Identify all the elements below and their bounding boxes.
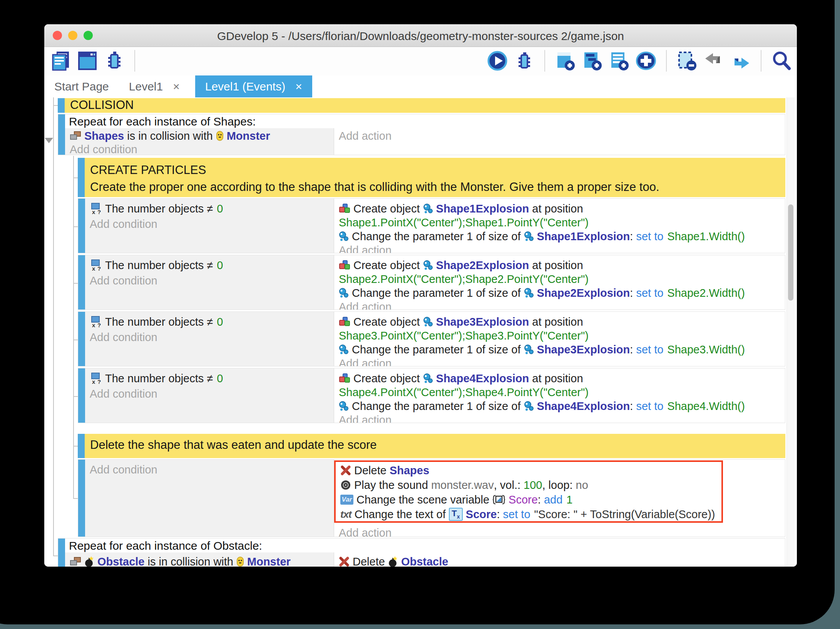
close-tab-icon[interactable]: × (173, 80, 180, 93)
add-action-link[interactable]: Add action (339, 300, 783, 309)
tab-start-page[interactable]: Start Page (44, 75, 119, 97)
action-change-size[interactable]: Change the parameter 1 of size of Shape1… (339, 229, 783, 243)
event-bar (78, 368, 85, 423)
action-create-object[interactable]: Create object Shape1Explosion at positio… (339, 202, 783, 216)
action-text: Create object (353, 202, 423, 215)
condition-number-objects[interactable]: x ? The number objects ≠ 0 (90, 371, 332, 385)
events-scrollbar-thumb[interactable] (788, 204, 793, 301)
action-position-expression[interactable]: Shape1.PointX("Center");Shape1.PointY("C… (339, 216, 783, 229)
object-name: Shape2Explosion (436, 259, 529, 272)
search-icon[interactable] (771, 50, 792, 72)
comment-particles-row[interactable]: CREATE PARTICLES Create the proper one a… (78, 158, 785, 197)
text-object-icon: Tx (449, 508, 463, 521)
action-delete-shapes[interactable]: Delete Shapes (340, 463, 720, 477)
events-scrollbar-track[interactable] (786, 97, 795, 567)
shape2-event[interactable]: x ? The number objects ≠ 0 Add condition (78, 255, 785, 310)
scene-editor-icon[interactable] (77, 50, 98, 72)
add-action-link[interactable]: Add action (339, 526, 783, 537)
add-condition-link[interactable]: Add condition (90, 217, 332, 231)
action-create-object[interactable]: Create object Shape4Explosion at positio… (339, 371, 783, 385)
action-text: : (630, 343, 636, 356)
text-action-icon: txt (340, 509, 351, 520)
condition-shapes-collision[interactable]: Shapes is in collision with Monster (70, 129, 332, 143)
tab-bar: Start Page Level1 × Level1 (Events) × (44, 75, 797, 97)
action-position-expression[interactable]: Shape3.PointX("Center");Shape3.PointY("C… (339, 329, 783, 343)
repeat-header[interactable]: Repeat for each instance of Obstacle: (65, 539, 785, 552)
action-change-size[interactable]: Change the parameter 1 of size of Shape3… (339, 343, 783, 356)
repeat-header[interactable]: Repeat for each instance of Shapes: (65, 114, 785, 128)
add-action-link[interactable]: Add action (339, 243, 783, 253)
repeat-shapes-event[interactable]: Repeat for each instance of Shapes: Shap… (58, 114, 785, 155)
comment-title[interactable]: CREATE PARTICLES (85, 158, 785, 177)
add-action-link[interactable]: Add action (339, 356, 783, 366)
add-action-link[interactable]: Add action (339, 129, 783, 143)
condition-number-objects[interactable]: x ? The number objects ≠ 0 (90, 258, 332, 272)
action-create-object[interactable]: Create object Shape2Explosion at positio… (339, 258, 783, 272)
add-event-icon[interactable] (554, 50, 576, 72)
toolbar-separator (761, 50, 761, 72)
object-count-icon: x ? (90, 316, 102, 328)
tab-scene-level1[interactable]: Level1 × (119, 75, 190, 97)
tree-stub (73, 446, 78, 447)
action-change-size[interactable]: Change the parameter 1 of size of Shape4… (339, 399, 783, 413)
add-new-icon[interactable] (635, 50, 657, 72)
add-comment-icon[interactable] (608, 50, 630, 72)
shape4-event[interactable]: x ? The number objects ≠ 0 Add condition (78, 368, 785, 423)
comment-body[interactable]: Create the proper one according to the s… (85, 177, 785, 194)
main-toolbar (44, 47, 797, 75)
debug-preview-icon[interactable] (514, 50, 535, 72)
window-title: GDevelop 5 - /Users/florian/Downloads/ge… (44, 30, 797, 43)
action-create-object[interactable]: Create object Shape3Explosion at positio… (339, 315, 783, 329)
tab-level1-events[interactable]: Level1 (Events) × (195, 75, 312, 97)
action-position-expression[interactable]: Shape4.PointX("Center");Shape4.PointY("C… (339, 385, 783, 399)
collapse-event-arrow[interactable] (45, 138, 53, 143)
svg-text:x: x (92, 322, 95, 328)
object-count-icon: x ? (90, 372, 102, 385)
add-action-link[interactable]: Add action (339, 413, 783, 423)
keyword: add (544, 493, 562, 506)
debugger-icon[interactable] (104, 50, 125, 72)
events-sheet: COLLISION Repeat for each instance of Sh… (44, 97, 797, 567)
undo-icon[interactable] (703, 50, 725, 72)
project-manager-icon[interactable] (50, 50, 71, 72)
title-bar[interactable]: GDevelop 5 - /Users/florian/Downloads/ge… (44, 24, 797, 47)
repeat-obstacle-event[interactable]: Repeat for each instance of Obstacle: Ob… (58, 538, 785, 567)
particle-emitter-icon (524, 231, 534, 242)
action-delete-obstacle[interactable]: Delete Obstacle (339, 555, 783, 567)
condition-number-objects[interactable]: x ? The number objects ≠ 0 (90, 315, 332, 329)
add-condition-link[interactable]: Add condition (70, 142, 332, 155)
particle-emitter-icon (524, 288, 534, 298)
object-name: Obstacle (97, 555, 145, 567)
add-subevent-icon[interactable] (581, 50, 603, 72)
action-change-variable[interactable]: Var Change the scene variable Score : ad… (340, 493, 720, 507)
shape3-event[interactable]: x ? The number objects ≠ 0 Add condition (78, 311, 785, 366)
action-play-sound[interactable]: Play the sound monster.wav , vol.: 100 ,… (340, 478, 720, 492)
preview-play-icon[interactable] (487, 50, 508, 72)
event-bar (58, 539, 65, 567)
keyword: set to (636, 400, 663, 413)
action-position-expression[interactable]: Shape2.PointX("Center");Shape2.PointY("C… (339, 272, 783, 286)
comment-delete-row[interactable]: Delete the shape that was eaten and upda… (78, 434, 785, 458)
close-tab-icon[interactable]: × (295, 80, 302, 93)
comment-text[interactable]: COLLISION (65, 98, 785, 112)
svg-text:x: x (92, 378, 95, 385)
condition-number-objects[interactable]: x ? The number objects ≠ 0 (90, 202, 332, 216)
redo-icon[interactable] (730, 50, 751, 72)
event-bar (78, 255, 85, 309)
action-change-text[interactable]: txt Change the text of Tx Score : set to… (340, 507, 720, 521)
action-text: Change the parameter 1 of size of (352, 230, 524, 243)
comment-collision-row[interactable]: COLLISION (58, 98, 785, 113)
action-change-size[interactable]: Change the parameter 1 of size of Shape2… (339, 286, 783, 300)
variable-name: Score (509, 493, 538, 506)
add-condition-link[interactable]: Add condition (90, 463, 332, 477)
condition-obstacle-collision[interactable]: Obstacle is in collision with Monster (70, 555, 332, 567)
keyword: set to (636, 230, 663, 243)
comment-text[interactable]: Delete the shape that was eaten and upda… (85, 434, 785, 452)
add-condition-link[interactable]: Add condition (90, 274, 332, 288)
score-event[interactable]: Add condition Delete Shapes (78, 459, 785, 537)
gdevelop-window: GDevelop 5 - /Users/florian/Downloads/ge… (44, 24, 797, 567)
add-condition-link[interactable]: Add condition (90, 387, 332, 401)
delete-selection-icon[interactable] (676, 50, 698, 72)
shape1-event[interactable]: x ? The number objects ≠ 0 Add condition (78, 198, 785, 253)
add-condition-link[interactable]: Add condition (90, 330, 332, 344)
